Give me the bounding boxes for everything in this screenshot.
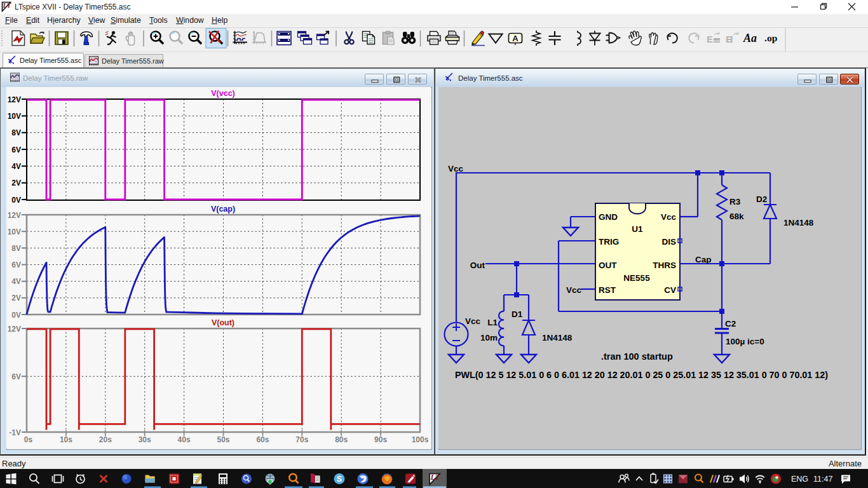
- svg-text:E: E: [726, 34, 733, 44]
- svg-text:1N4148: 1N4148: [542, 333, 573, 342]
- svg-text:100µ ic=0: 100µ ic=0: [726, 337, 764, 346]
- svg-text:12V: 12V: [8, 95, 21, 104]
- svg-text:E: E: [707, 34, 713, 44]
- svg-text:Vcc: Vcc: [465, 316, 481, 326]
- svg-text:8V: 8V: [11, 128, 21, 137]
- svg-text:D2: D2: [756, 194, 767, 204]
- svg-text:Out: Out: [470, 261, 485, 270]
- svg-text:ENG: ENG: [791, 475, 808, 484]
- svg-text:2V: 2V: [11, 294, 21, 302]
- svg-text:TRIG: TRIG: [599, 237, 619, 247]
- svg-text:40s: 40s: [178, 435, 191, 444]
- svg-text:100s: 100s: [412, 435, 429, 444]
- svg-text:Cap: Cap: [695, 255, 712, 264]
- svg-text:THRS: THRS: [653, 261, 676, 270]
- svg-text:L1: L1: [487, 318, 498, 327]
- svg-text:LT: LT: [430, 473, 440, 482]
- svg-text:V(out): V(out): [212, 318, 234, 327]
- svg-text:C2: C2: [725, 319, 736, 329]
- svg-text:11:47: 11:47: [813, 475, 832, 484]
- svg-text:20s: 20s: [99, 435, 112, 444]
- svg-text:0V: 0V: [11, 196, 21, 205]
- svg-text:.tran 100 startup: .tran 100 startup: [601, 351, 673, 362]
- svg-text:8V: 8V: [11, 244, 21, 253]
- svg-text:GND: GND: [599, 212, 618, 222]
- svg-text:12V: 12V: [8, 211, 21, 220]
- svg-text:80s: 80s: [335, 435, 348, 444]
- svg-text:NE555: NE555: [623, 273, 650, 283]
- svg-text:S: S: [337, 475, 342, 484]
- svg-text:6V: 6V: [11, 261, 21, 269]
- svg-text:D1: D1: [512, 309, 523, 319]
- svg-text:12V: 12V: [8, 325, 21, 334]
- svg-text:.op: .op: [764, 32, 777, 43]
- svg-text:-1V: -1V: [9, 428, 21, 437]
- svg-text:90s: 90s: [374, 435, 387, 444]
- svg-text:10V: 10V: [8, 112, 21, 121]
- svg-text:PWL(0 12 5 12 5.01 0 6 0 6.01: PWL(0 12 5 12 5.01 0 6 0 6.01 12 20 12 2…: [455, 370, 828, 380]
- svg-text:CV: CV: [664, 285, 676, 295]
- svg-text:A: A: [512, 34, 519, 43]
- svg-text:U1: U1: [632, 224, 643, 234]
- svg-text:70s: 70s: [295, 435, 308, 444]
- svg-text:LT: LT: [3, 2, 11, 9]
- svg-text:4V: 4V: [11, 162, 21, 171]
- svg-text:4V: 4V: [11, 277, 21, 286]
- svg-text:30s: 30s: [139, 435, 151, 444]
- svg-text:68k: 68k: [729, 212, 744, 221]
- svg-text:V(vcc): V(vcc): [211, 89, 235, 98]
- svg-text:RST: RST: [599, 285, 616, 295]
- svg-text:Aa: Aa: [743, 32, 757, 44]
- svg-text:0V: 0V: [11, 311, 21, 320]
- svg-text:Vcc: Vcc: [448, 164, 464, 173]
- svg-text:V(cap): V(cap): [211, 205, 235, 214]
- svg-text:10m: 10m: [480, 333, 498, 342]
- svg-text:DIS: DIS: [661, 237, 676, 247]
- svg-text:2V: 2V: [11, 179, 21, 187]
- svg-text:1N4148: 1N4148: [783, 218, 814, 227]
- svg-text:6V: 6V: [11, 372, 21, 381]
- svg-text:10V: 10V: [8, 227, 21, 236]
- svg-text:OUT: OUT: [599, 261, 617, 270]
- svg-text:R3: R3: [729, 197, 741, 207]
- svg-text:Vcc: Vcc: [661, 212, 677, 222]
- svg-text:60s: 60s: [256, 435, 269, 444]
- svg-text:10s: 10s: [60, 435, 72, 444]
- svg-text:50s: 50s: [217, 435, 229, 444]
- svg-text:Vcc: Vcc: [566, 285, 582, 295]
- svg-text:6V: 6V: [11, 146, 21, 154]
- svg-text:0s: 0s: [24, 435, 33, 444]
